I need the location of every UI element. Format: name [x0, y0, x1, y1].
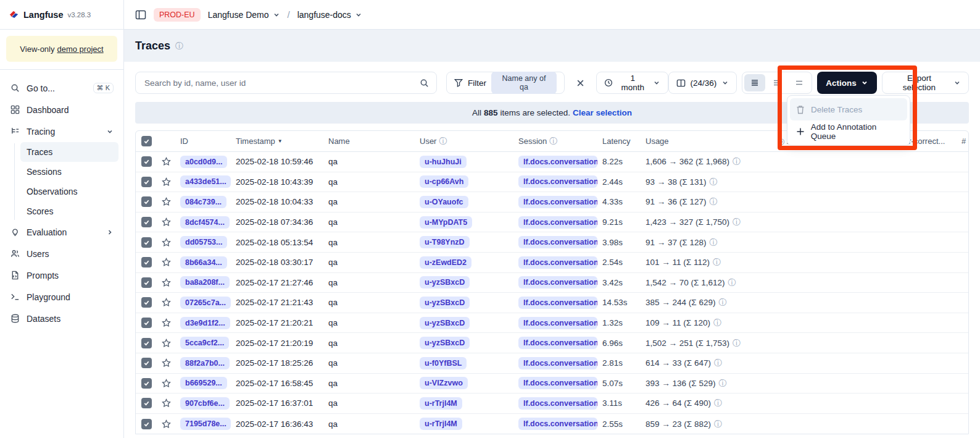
session-badge[interactable]: lf.docs.conversation...	[518, 377, 597, 389]
trace-id-badge[interactable]: ba8a208f...	[180, 276, 230, 288]
user-badge[interactable]: u-zEwdED2	[420, 256, 471, 269]
table-row[interactable]: b669529... 2025-02-17 16:58:45 qa u-VIZz…	[136, 374, 968, 394]
sidebar-item-observations[interactable]: Observations	[20, 182, 118, 201]
session-badge[interactable]: lf.docs.conversation...	[518, 156, 597, 168]
table-row[interactable]: 7195d78e... 2025-02-17 16:36:43 qa u-rTr…	[136, 414, 968, 434]
row-checkbox[interactable]	[141, 237, 152, 248]
table-row[interactable]: ba8a208f... 2025-02-17 21:27:46 qa u-yzS…	[136, 273, 968, 293]
session-badge[interactable]: lf.docs.conversation...	[518, 317, 597, 329]
trace-id-badge[interactable]: 88f2a7b0...	[180, 357, 230, 369]
bookmark-star-icon[interactable]	[162, 177, 171, 187]
time-range-select[interactable]: 1 month	[596, 72, 668, 94]
sidebar-item-dashboard[interactable]: Dashboard	[5, 99, 118, 120]
bookmark-star-icon[interactable]	[162, 339, 171, 348]
user-badge[interactable]: u-huJhuJi	[420, 156, 467, 168]
row-checkbox[interactable]	[141, 297, 152, 308]
user-badge[interactable]: u-cp66Avh	[420, 175, 468, 188]
trace-id-badge[interactable]: 5cca9cf2...	[180, 337, 229, 349]
table-row[interactable]: d3e9d1f2... 2025-02-17 21:20:21 qa u-yzS…	[136, 313, 968, 334]
info-icon[interactable]: ⓘ	[718, 298, 726, 306]
bookmark-star-icon[interactable]	[162, 298, 171, 307]
sidebar-item-users[interactable]: Users	[5, 243, 118, 264]
trace-id-badge[interactable]: b669529...	[180, 377, 227, 389]
clear-selection-link[interactable]: Clear selection	[573, 108, 632, 117]
bookmark-star-icon[interactable]	[162, 258, 171, 267]
sidebar-item-datasets[interactable]: Datasets	[5, 308, 118, 329]
search-icon[interactable]	[420, 78, 429, 88]
row-height-medium-button[interactable]	[766, 74, 787, 91]
sidebar-item-goto[interactable]: Go to... ⌘ K	[5, 77, 118, 99]
search-input[interactable]	[143, 78, 415, 88]
bookmark-star-icon[interactable]	[162, 217, 171, 227]
user-badge[interactable]: u-OYauofc	[420, 196, 468, 208]
user-badge[interactable]: u-T98YnzD	[420, 236, 470, 248]
info-icon[interactable]: ⓘ	[714, 399, 722, 407]
table-row[interactable]: 07265c7a... 2025-02-17 21:21:43 qa u-yzS…	[136, 293, 968, 313]
row-checkbox[interactable]	[141, 318, 152, 328]
session-badge[interactable]: lf.docs.conversation...	[518, 357, 597, 369]
sidebar-item-traces[interactable]: Traces	[20, 142, 118, 162]
trace-id-badge[interactable]: 084c739...	[180, 196, 226, 208]
info-icon[interactable]: ⓘ	[733, 339, 741, 347]
bookmark-star-icon[interactable]	[162, 278, 171, 287]
row-height-tall-button[interactable]	[789, 74, 810, 91]
row-checkbox[interactable]	[141, 378, 152, 389]
info-icon[interactable]: ⓘ	[709, 178, 717, 186]
info-icon[interactable]: ⓘ	[175, 42, 183, 50]
info-icon[interactable]: ⓘ	[714, 359, 722, 367]
filter-button[interactable]: Filter Name any of qa	[446, 72, 565, 94]
row-checkbox[interactable]	[141, 398, 152, 408]
sidebar-item-sessions[interactable]: Sessions	[20, 162, 118, 182]
bookmark-star-icon[interactable]	[162, 419, 171, 429]
bookmark-star-icon[interactable]	[162, 398, 171, 408]
session-badge[interactable]: lf.docs.conversation...	[518, 196, 597, 208]
sidebar-item-tracing[interactable]: Tracing	[5, 120, 118, 142]
info-icon[interactable]: ⓘ	[709, 198, 717, 206]
session-badge[interactable]: lf.docs.conversation...	[518, 297, 597, 309]
table-row[interactable]: 8dcf4574... 2025-02-18 07:34:36 qa u-MYp…	[136, 213, 968, 233]
trace-id-badge[interactable]: dd05753...	[180, 236, 227, 248]
org-switcher[interactable]: Langfuse Demo	[208, 10, 280, 20]
bookmark-star-icon[interactable]	[162, 238, 171, 247]
bookmark-star-icon[interactable]	[162, 358, 171, 368]
session-badge[interactable]: lf.docs.conversation...	[518, 256, 597, 269]
info-icon[interactable]: ⓘ	[709, 238, 717, 246]
bookmark-star-icon[interactable]	[162, 379, 171, 388]
select-all-checkbox[interactable]	[141, 136, 152, 146]
table-row[interactable]: 8b66a34... 2025-02-18 03:30:17 qa u-zEwd…	[136, 253, 968, 273]
session-badge[interactable]: lf.docs.conversation...	[518, 236, 597, 248]
trace-id-badge[interactable]: a433de51...	[180, 175, 231, 188]
session-badge[interactable]: lf.docs.conversation...	[518, 397, 597, 410]
session-badge[interactable]: lf.docs.conversation...	[518, 418, 597, 430]
user-badge[interactable]: u-yzSBxcD	[420, 337, 470, 349]
bookmark-star-icon[interactable]	[162, 318, 171, 327]
sidebar-item-scores[interactable]: Scores	[20, 201, 118, 221]
info-icon[interactable]: ⓘ	[439, 137, 447, 145]
project-switcher[interactable]: langfuse-docs	[297, 10, 362, 20]
sidebar-item-prompts[interactable]: Prompts	[5, 264, 118, 286]
session-badge[interactable]: lf.docs.conversation...	[518, 216, 597, 229]
info-icon[interactable]: ⓘ	[718, 379, 726, 387]
menu-item-delete-traces[interactable]: Delete Traces	[790, 98, 907, 120]
table-row[interactable]: 5cca9cf2... 2025-02-17 21:20:19 qa u-yzS…	[136, 333, 968, 353]
row-checkbox[interactable]	[141, 257, 152, 267]
row-checkbox[interactable]	[141, 277, 152, 288]
menu-item-add-to-annotation-queue[interactable]: Add to Annotation Queue	[790, 120, 907, 143]
trace-id-badge[interactable]: 7195d78e...	[180, 418, 231, 430]
clear-filter-button[interactable]	[574, 77, 587, 90]
table-row[interactable]: dd05753... 2025-02-18 05:13:54 qa u-T98Y…	[136, 232, 968, 253]
trace-id-badge[interactable]: 8b66a34...	[180, 256, 227, 269]
info-icon[interactable]: ⓘ	[713, 258, 721, 266]
sidebar-toggle-icon[interactable]	[135, 9, 146, 20]
trace-id-badge[interactable]: 07265c7a...	[180, 297, 231, 309]
row-checkbox[interactable]	[141, 217, 152, 227]
info-icon[interactable]: ⓘ	[713, 319, 721, 327]
info-icon[interactable]: ⓘ	[549, 137, 557, 145]
sidebar-item-playground[interactable]: Playground	[5, 286, 118, 308]
export-selection-button[interactable]: Export selection	[882, 72, 969, 94]
session-badge[interactable]: lf.docs.conversation...	[518, 276, 597, 288]
demo-project-link[interactable]: demo project	[57, 44, 103, 54]
session-badge[interactable]: lf.docs.conversation...	[518, 337, 597, 349]
row-checkbox[interactable]	[141, 338, 152, 348]
row-height-compact-button[interactable]	[744, 74, 765, 91]
